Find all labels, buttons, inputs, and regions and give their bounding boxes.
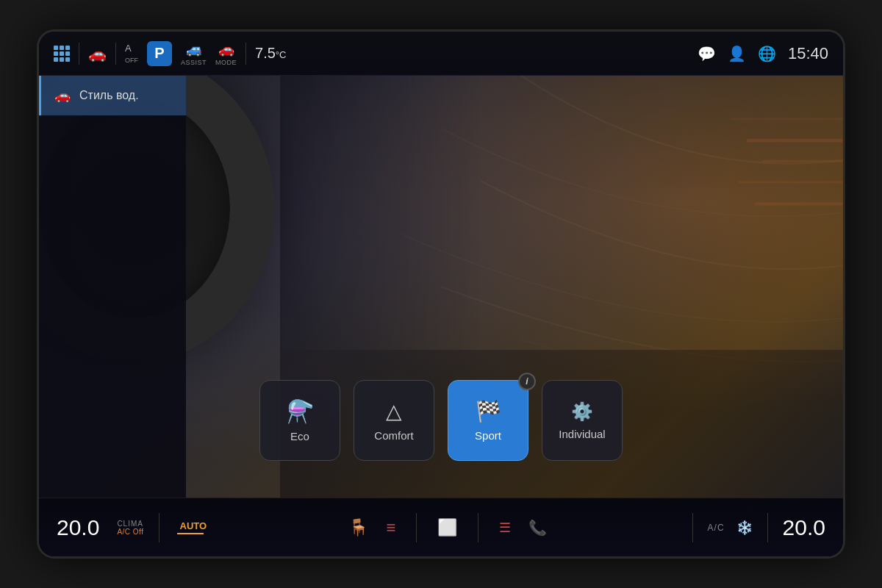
car-infotainment-screen: 🚗 AOFF P 🚙 ASSIST 🚗 MODE 7.5°C 💬 👤 xyxy=(37,29,845,559)
main-content-area: 🚗 Стиль вод. ⚗️ Eco △ Comfort xyxy=(39,76,843,498)
right-climate-controls: A/C ❄️ 20.0 xyxy=(689,513,825,542)
left-temp-value: 20.0 xyxy=(57,515,99,540)
sport-mode-wrapper: i 🏁 Sport xyxy=(448,380,528,461)
screen-icon[interactable]: ⬜ xyxy=(437,518,457,537)
info-badge[interactable]: i xyxy=(518,373,536,390)
comfort-label: Comfort xyxy=(374,429,413,442)
sport-icon: 🏁 xyxy=(476,399,501,423)
clima-label: CLIMA xyxy=(117,520,143,528)
individual-mode-wrapper: ⚙️ Individual xyxy=(542,380,623,461)
eco-icon: ⚗️ xyxy=(287,398,314,424)
individual-label: Individual xyxy=(559,428,605,440)
svg-rect-3 xyxy=(755,202,843,205)
auto-badge[interactable]: AUTO xyxy=(180,520,207,531)
climate-center-controls: 🪑 ≡ ⬜ ☰ 📞 xyxy=(218,513,677,542)
auto-underline xyxy=(177,533,204,534)
individual-mode-button[interactable]: ⚙️ Individual xyxy=(542,380,623,461)
left-menu-panel: 🚗 Стиль вод. xyxy=(39,76,186,498)
mode-icon: 🚗 xyxy=(54,87,71,104)
seat-heat-icon[interactable]: 🪑 xyxy=(348,518,368,537)
svg-rect-0 xyxy=(747,139,843,142)
clock-display: 15:40 xyxy=(788,44,828,63)
divider-2 xyxy=(115,43,116,65)
parking-button[interactable]: P xyxy=(147,41,172,66)
svg-rect-2 xyxy=(739,182,843,184)
individual-icon: ⚙️ xyxy=(571,401,593,422)
climate-divider-right xyxy=(478,513,478,542)
sport-mode-button[interactable]: 🏁 Sport xyxy=(448,380,528,461)
mode-button[interactable]: 🚗 MODE xyxy=(215,41,237,66)
drive-mode-buttons: ⚗️ Eco △ Comfort i 🏁 Sport xyxy=(259,380,623,461)
svg-rect-4 xyxy=(731,118,843,120)
fan-speed-icon[interactable]: ≡ xyxy=(386,518,395,537)
comfort-icon: △ xyxy=(386,399,402,423)
temperature-display: 7.5°C xyxy=(255,45,286,62)
right-temperature: 20.0 xyxy=(783,515,825,540)
menu-item-label: Стиль вод. xyxy=(79,89,139,102)
climate-control-bar: 20.0 CLIMA A/C Off AUTO 🪑 ≡ ⬜ ☰ 📞 xyxy=(39,498,843,556)
eco-mode-button[interactable]: ⚗️ Eco xyxy=(259,380,340,461)
screen-content: 🚗 AOFF P 🚙 ASSIST 🚗 MODE 7.5°C 💬 👤 xyxy=(39,32,843,556)
heat-distribution-icon[interactable]: ☰ xyxy=(499,520,511,536)
svg-rect-1 xyxy=(763,160,843,162)
eco-label: Eco xyxy=(290,430,309,442)
message-icon[interactable]: 💬 xyxy=(698,45,716,62)
divider-3 xyxy=(245,43,246,65)
eco-mode-wrapper: ⚗️ Eco xyxy=(259,380,340,461)
right-status-icons: 💬 👤 🌐 15:40 xyxy=(698,44,828,63)
divider-1 xyxy=(79,43,79,65)
profile-icon[interactable]: 👤 xyxy=(728,45,746,62)
clima-status-block: CLIMA A/C Off xyxy=(117,520,143,536)
comfort-mode-button[interactable]: △ Comfort xyxy=(354,380,434,461)
left-temperature: 20.0 xyxy=(57,515,99,540)
ac-right-label: A/C xyxy=(708,523,725,533)
climate-divider-right3 xyxy=(767,513,768,542)
climate-divider-right2 xyxy=(692,513,693,542)
ac-icon[interactable]: ❄️ xyxy=(736,520,753,536)
climate-divider-center xyxy=(416,513,417,542)
sport-label: Sport xyxy=(475,429,501,442)
apps-grid-icon[interactable] xyxy=(54,46,70,62)
wifi-globe-icon[interactable]: 🌐 xyxy=(758,45,776,62)
assist-button[interactable]: 🚙 ASSIST xyxy=(181,41,207,66)
driving-style-menu-item[interactable]: 🚗 Стиль вод. xyxy=(39,76,186,115)
car-silhouette-icon[interactable]: 🚗 xyxy=(88,45,107,62)
auto-off-icon[interactable]: AOFF xyxy=(125,43,138,65)
status-bar: 🚗 AOFF P 🚙 ASSIST 🚗 MODE 7.5°C 💬 👤 xyxy=(39,32,843,76)
ac-status-label: A/C Off xyxy=(117,528,143,536)
climate-divider-1 xyxy=(159,513,159,542)
right-temp-value: 20.0 xyxy=(783,515,825,540)
comfort-mode-wrapper: △ Comfort xyxy=(354,380,434,461)
phone-icon[interactable]: 📞 xyxy=(528,519,547,537)
